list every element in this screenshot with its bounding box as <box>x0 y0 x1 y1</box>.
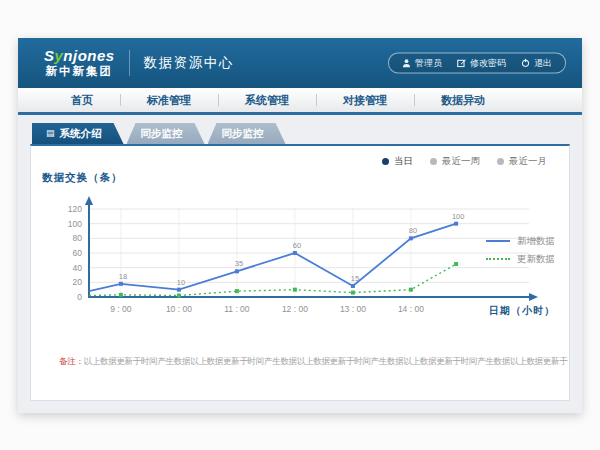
logo-subtitle: 新中新集团 <box>44 65 115 78</box>
nav-item-system-mgmt[interactable]: 系统管理 <box>218 93 316 108</box>
chart-legend: 新增数据 更新数据 <box>486 232 555 268</box>
footnote: 备注：以上数据更新于时间产生数据以上数据更新于时间产生数据以上数据更新于时间产生… <box>59 356 567 368</box>
dotted-line-sample <box>486 258 510 260</box>
tab-system-intro[interactable]: ▤ 系统介绍 <box>32 123 124 144</box>
svg-text:12 : 00: 12 : 00 <box>282 304 308 314</box>
page-title: 数据资源中心 <box>144 54 234 72</box>
svg-text:60: 60 <box>73 248 83 258</box>
svg-text:100: 100 <box>452 212 465 221</box>
legend-item-new-data[interactable]: 新增数据 <box>486 232 555 250</box>
time-range-filter: 当日 最近一周 最近一月 <box>382 155 547 168</box>
content-area: ▤ 系统介绍 同步监控 同步监控 当日 最近一周 最近一月 数据交换（条） 02… <box>18 115 582 413</box>
radio-last-month[interactable]: 最近一月 <box>497 155 547 168</box>
radio-label: 最近一月 <box>509 155 547 168</box>
svg-text:9 : 00: 9 : 00 <box>110 304 132 314</box>
logout-label: 退出 <box>534 57 552 70</box>
user-menu: 管理员 修改密码 退出 <box>388 53 566 74</box>
tab-bar: ▤ 系统介绍 同步监控 同步监控 <box>32 123 570 144</box>
svg-text:120: 120 <box>68 204 82 214</box>
svg-text:80: 80 <box>73 233 83 243</box>
company-logo[interactable]: Synjones 新中新集团 <box>44 48 115 77</box>
browser-page: Synjones 新中新集团 数据资源中心 管理员 修改密码 退出 首页 标准管… <box>18 38 582 413</box>
footnote-text: 以上数据更新于时间产生数据以上数据更新于时间产生数据以上数据更新于时间产生数据以… <box>84 356 568 366</box>
edit-icon <box>457 59 466 68</box>
app-header: Synjones 新中新集团 数据资源中心 管理员 修改密码 退出 <box>18 38 582 88</box>
svg-text:日期（小时）: 日期（小时） <box>489 305 555 316</box>
main-nav: 首页 标准管理 系统管理 对接管理 数据异动 <box>18 88 582 115</box>
nav-item-integration-mgmt[interactable]: 对接管理 <box>316 93 414 108</box>
svg-text:80: 80 <box>409 226 417 235</box>
radio-last-week[interactable]: 最近一周 <box>430 155 480 168</box>
radio-label: 最近一周 <box>442 155 480 168</box>
svg-text:60: 60 <box>293 241 301 250</box>
svg-text:0: 0 <box>77 292 82 302</box>
svg-text:100: 100 <box>68 219 82 229</box>
y-axis-title: 数据交换（条） <box>42 171 123 185</box>
nav-item-home[interactable]: 首页 <box>44 93 120 108</box>
legend-item-updated-data[interactable]: 更新数据 <box>486 250 555 268</box>
tab-label: 系统介绍 <box>60 123 102 144</box>
svg-text:40: 40 <box>73 263 83 273</box>
svg-text:10 : 00: 10 : 00 <box>166 304 192 314</box>
current-user-button[interactable]: 管理员 <box>402 57 442 70</box>
change-password-button[interactable]: 修改密码 <box>457 57 506 70</box>
svg-text:11 : 00: 11 : 00 <box>224 304 250 314</box>
footnote-prefix: 备注： <box>59 356 84 366</box>
tab-sync-monitor-2[interactable]: 同步监控 <box>208 123 286 144</box>
change-password-label: 修改密码 <box>470 57 506 70</box>
svg-text:35: 35 <box>235 259 243 268</box>
radio-dot <box>497 158 504 165</box>
svg-text:20: 20 <box>73 277 83 287</box>
radio-today[interactable]: 当日 <box>382 155 413 168</box>
nav-item-data-change[interactable]: 数据异动 <box>414 93 512 108</box>
svg-text:13 : 00: 13 : 00 <box>340 304 366 314</box>
solid-line-sample <box>486 240 510 242</box>
page-background: { "header": { "logo": {"part1": "S", "pa… <box>0 0 600 450</box>
svg-text:15: 15 <box>351 274 359 283</box>
radio-dot <box>430 158 437 165</box>
chart-panel: 当日 最近一周 最近一月 数据交换（条） 0204060801001209 : … <box>30 144 570 401</box>
tab-label: 同步监控 <box>222 123 264 144</box>
radio-label: 当日 <box>394 155 413 168</box>
radio-dot <box>382 158 389 165</box>
header-divider <box>129 50 130 76</box>
legend-label: 新增数据 <box>517 235 555 248</box>
person-icon <box>402 59 411 68</box>
logo-text: Synjones <box>44 48 115 65</box>
tab-sync-monitor-1[interactable]: 同步监控 <box>127 123 205 144</box>
svg-text:14 : 00: 14 : 00 <box>398 304 424 314</box>
legend-label: 更新数据 <box>517 253 555 266</box>
user-label: 管理员 <box>415 57 442 70</box>
logout-button[interactable]: 退出 <box>521 57 552 70</box>
svg-text:18: 18 <box>119 272 127 281</box>
document-icon: ▤ <box>46 129 55 138</box>
nav-item-standard-mgmt[interactable]: 标准管理 <box>120 93 218 108</box>
power-icon <box>521 59 530 68</box>
tab-label: 同步监控 <box>141 123 183 144</box>
svg-text:10: 10 <box>177 278 185 287</box>
